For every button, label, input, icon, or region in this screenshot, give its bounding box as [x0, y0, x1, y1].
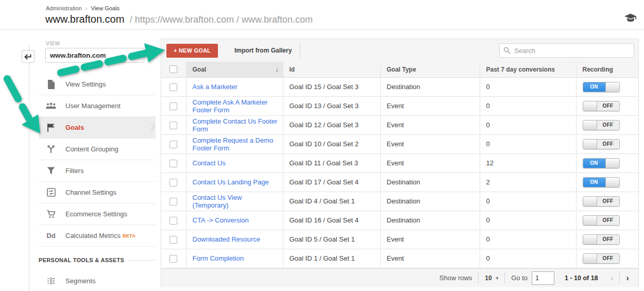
column-header-recording[interactable]: Recording — [576, 62, 638, 77]
cart-icon — [46, 209, 56, 219]
view-selector-value: www.brafton.com — [50, 52, 106, 59]
toggle-state-label: OFF — [603, 217, 614, 223]
conversions-cell: 0 — [480, 77, 576, 96]
new-goal-button[interactable]: + NEW GOAL — [166, 44, 218, 58]
toggle-knob — [605, 178, 619, 187]
row-checkbox[interactable] — [170, 83, 177, 91]
goal-link[interactable]: Form Completion — [193, 254, 244, 262]
view-selector[interactable]: www.brafton.com ▾ — [45, 48, 144, 63]
conversions-cell: 0 — [480, 211, 576, 230]
toggle-knob — [583, 140, 597, 149]
previous-page-button[interactable]: ‹ — [607, 273, 617, 282]
sidebar-item-label: Content Grouping — [65, 145, 118, 153]
goals-table-body: Ask a Marketer Goal ID 15 / Goal Set 3 D… — [161, 77, 638, 268]
breadcrumb-section[interactable]: Administration — [46, 5, 82, 11]
goto-label: Go to — [511, 274, 528, 282]
sidebar-divider-line — [29, 45, 29, 291]
footer-divider — [478, 272, 479, 284]
sidebar-item-channel-settings[interactable]: Channel Settings — [39, 182, 156, 203]
select-all-checkbox[interactable] — [170, 65, 177, 73]
goal-link[interactable]: Contact Us View (Temporary) — [193, 194, 280, 209]
show-rows-label: Show rows — [439, 274, 472, 282]
sidebar-item-label: Channel Settings — [65, 189, 116, 196]
column-header-id[interactable]: Id — [283, 62, 380, 77]
toggle-knob — [583, 101, 597, 111]
sidebar-item-segments[interactable]: Segments — [39, 270, 156, 291]
sidebar-item-goals[interactable]: Goals — [39, 117, 156, 139]
sort-descending-icon: ↓ — [276, 66, 279, 73]
recording-toggle[interactable]: OFF — [583, 215, 620, 226]
goal-type-cell: Event — [380, 249, 480, 268]
table-row: Complete Contact Us Footer Form Goal ID … — [161, 115, 638, 134]
column-header-conversions[interactable]: Past 7 day conversions — [480, 62, 576, 77]
sidebar-item-ecommerce-settings[interactable]: Ecommerce Settings — [39, 203, 156, 225]
table-row: Complete Request a Demo Footer Form Goal… — [161, 134, 638, 153]
page-title: www.brafton.com / https://www.brafton.co… — [45, 13, 313, 25]
recording-toggle[interactable]: OFF — [583, 120, 620, 130]
search-input[interactable] — [499, 43, 634, 58]
goal-id-cell: Goal ID 12 / Goal Set 3 — [283, 115, 380, 134]
sidebar-item-filters[interactable]: Filters — [39, 160, 156, 182]
recording-toggle[interactable]: ON — [583, 177, 620, 187]
goto-page-input[interactable] — [532, 271, 554, 285]
column-header-goal-type[interactable]: Goal Type — [380, 62, 480, 77]
table-row: Contact Us Landing Page Goal ID 17 / Goa… — [161, 173, 638, 192]
sidebar-item-label: View Settings — [65, 80, 106, 88]
goal-link[interactable]: CTA -> Conversion — [193, 216, 249, 224]
row-checkbox[interactable] — [170, 102, 177, 110]
goal-link[interactable]: Downloaded Resource — [193, 235, 261, 243]
goal-id-cell: Goal ID 16 / Goal Set 4 — [283, 211, 380, 230]
row-checkbox[interactable] — [170, 179, 177, 186]
recording-toggle[interactable]: OFF — [583, 253, 620, 264]
rows-per-page-select[interactable]: 10▾ — [485, 275, 498, 282]
goal-link[interactable]: Ask a Marketer — [193, 83, 238, 91]
segments-icon — [46, 276, 56, 286]
collapse-panel-button[interactable] — [22, 50, 35, 63]
goals-table: Goal↓ Id Goal Type Past 7 day conversion… — [161, 62, 638, 268]
branch-icon — [46, 144, 56, 155]
sidebar-item-calculated-metrics[interactable]: Dd Calculated Metrics BETA — [39, 225, 156, 247]
table-row: Form Completion Goal ID 1 / Goal Set 1 E… — [161, 249, 638, 268]
goal-link[interactable]: Complete Ask A Marketer Footer Form — [193, 98, 280, 114]
toggle-knob — [583, 121, 597, 130]
breadcrumb-page: View Goals — [91, 5, 120, 11]
goal-id-cell: Goal ID 17 / Goal Set 4 — [283, 173, 380, 192]
row-checkbox[interactable] — [170, 217, 177, 225]
personal-tools-section-header: PERSONAL TOOLS & ASSETS — [39, 250, 156, 270]
sidebar-item-view-settings[interactable]: View Settings — [39, 74, 156, 95]
goal-link[interactable]: Complete Request a Demo Footer Form — [193, 136, 280, 152]
recording-toggle[interactable]: OFF — [583, 101, 620, 111]
sidebar-item-user-management[interactable]: User Management — [39, 95, 156, 117]
row-checkbox[interactable] — [170, 198, 177, 206]
next-page-button[interactable]: › — [623, 273, 632, 282]
footer-divider — [619, 272, 620, 284]
goal-link[interactable]: Complete Contact Us Footer Form — [193, 117, 280, 133]
row-checkbox[interactable] — [170, 236, 177, 244]
chevron-down-icon: ▾ — [496, 276, 499, 281]
row-checkbox[interactable] — [170, 160, 177, 167]
conversions-cell: 0 — [480, 230, 576, 249]
goal-type-cell: Event — [380, 230, 480, 249]
education-icon[interactable] — [624, 13, 637, 23]
recording-toggle[interactable]: OFF — [583, 234, 620, 245]
import-from-gallery-button[interactable]: Import from Gallery — [227, 47, 299, 54]
sidebar-item-content-grouping[interactable]: Content Grouping — [39, 139, 156, 160]
goal-id-cell: Goal ID 15 / Goal Set 3 — [283, 77, 380, 96]
sidebar-item-label: Filters — [65, 167, 83, 175]
goal-type-cell: Event — [380, 153, 480, 173]
goal-link[interactable]: Contact Us — [193, 159, 226, 167]
row-checkbox[interactable] — [170, 255, 177, 263]
row-checkbox[interactable] — [170, 122, 177, 129]
goals-toolbar: + NEW GOAL Import from Gallery — [161, 39, 638, 62]
recording-toggle[interactable]: ON — [583, 82, 620, 92]
goal-link[interactable]: Contact Us Landing Page — [193, 178, 269, 186]
column-header-goal[interactable]: Goal↓ — [186, 62, 283, 77]
goal-type-cell: Destination — [380, 173, 480, 192]
recording-toggle[interactable]: OFF — [583, 139, 620, 149]
toolbar-divider — [300, 43, 300, 58]
recording-toggle[interactable]: OFF — [583, 196, 620, 207]
file-icon — [46, 79, 56, 90]
recording-toggle[interactable]: ON — [583, 158, 620, 168]
ga-admin-view-goals-page: Administration › View Goals www.brafton.… — [0, 0, 644, 291]
row-checkbox[interactable] — [170, 141, 177, 148]
